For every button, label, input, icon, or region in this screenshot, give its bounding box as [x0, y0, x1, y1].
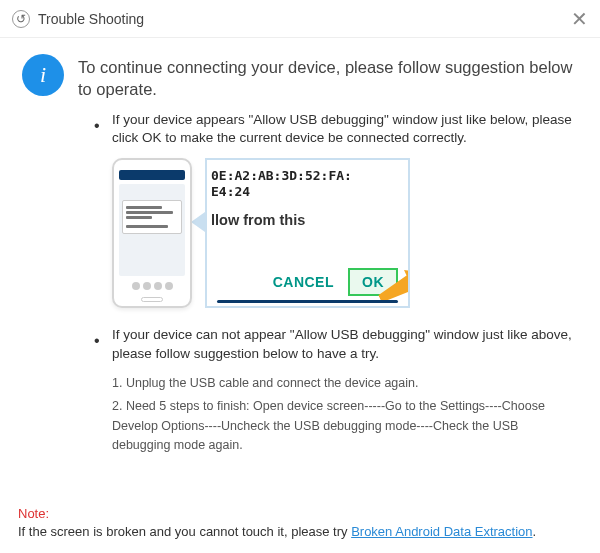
phone-mockup [112, 158, 192, 308]
footer-note: Note: If the screen is broken and you ca… [18, 505, 582, 541]
step-item: 1. Unplug the USB cable and connect the … [112, 374, 578, 393]
numbered-steps: 1. Unplug the USB cable and connect the … [112, 374, 578, 456]
cancel-button[interactable]: CANCEL [273, 274, 334, 290]
close-button[interactable]: ✕ [560, 7, 588, 31]
step-item: 2. Need 5 steps to finish: Open device s… [112, 397, 578, 455]
note-suffix: . [533, 524, 537, 539]
illustration: 0E:A2:AB:3D:52:FA: E4:24 llow from this … [112, 158, 578, 308]
bullet-item: If your device can not appear "Allow USB… [94, 326, 578, 364]
broken-android-link[interactable]: Broken Android Data Extraction [351, 524, 532, 539]
bullet-list: If your device can not appear "Allow USB… [94, 326, 578, 364]
app-icon: ↺ [12, 10, 30, 28]
note-label: Note: [18, 506, 49, 521]
fingerprint-line: E4:24 [211, 184, 398, 200]
fingerprint-line: 0E:A2:AB:3D:52:FA: [211, 168, 398, 184]
window-title: Trouble Shooting [38, 11, 560, 27]
bullet-item: If your device appears "Allow USB debugg… [94, 111, 578, 149]
titlebar: ↺ Trouble Shooting ✕ [0, 0, 600, 38]
bullet-list: If your device appears "Allow USB debugg… [94, 111, 578, 149]
dialog-body: i To continue connecting your device, pl… [0, 38, 600, 470]
dialog-zoom-panel: 0E:A2:AB:3D:52:FA: E4:24 llow from this … [205, 158, 410, 308]
lead-text: To continue connecting your device, plea… [78, 54, 578, 101]
lead-row: i To continue connecting your device, pl… [22, 54, 578, 101]
note-text: If the screen is broken and you cannot t… [18, 524, 351, 539]
info-icon: i [22, 54, 64, 96]
callout-tail [191, 212, 205, 232]
allow-from-text: llow from this [211, 212, 398, 228]
